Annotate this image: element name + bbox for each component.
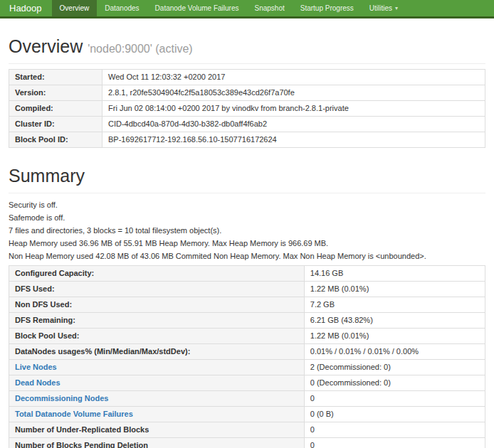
info-value-block-pool-id: BP-1692617712-192.168.56.10-150771617262…	[103, 132, 485, 148]
divider	[9, 193, 485, 193]
summary-value-configured-capacity: 14.16 GB	[304, 266, 485, 282]
info-label-block-pool-id: Block Pool ID:	[9, 132, 103, 148]
decommissioning-nodes-link[interactable]: Decommissioning Nodes	[15, 394, 108, 402]
tab-datanodes[interactable]: Datanodes	[97, 0, 147, 16]
info-label-version: Version:	[9, 85, 103, 101]
namenode-address-subtitle: 'node0:9000' (active)	[88, 43, 193, 55]
summary-value-decommissioning-nodes: 0	[304, 391, 485, 407]
heap-memory-status: Heap Memory used 36.96 MB of 55.91 MB He…	[9, 240, 485, 247]
table-row: Block Pool ID: BP-1692617712-192.168.56.…	[9, 132, 485, 148]
divider	[9, 63, 485, 64]
tab-datanode-volume-failures[interactable]: Datanode Volume Failures	[147, 0, 247, 16]
tab-datanode-volume-failures-label: Datanode Volume Failures	[155, 4, 239, 12]
summary-value-under-replicated-blocks: 0	[304, 422, 485, 438]
summary-value-dfs-used: 1.22 MB (0.01%)	[304, 282, 485, 297]
summary-label-blocks-pending-deletion: Number of Blocks Pending Deletion	[9, 438, 305, 448]
summary-label-block-pool-used: Block Pool Used:	[9, 329, 305, 344]
summary-value-block-pool-used: 1.22 MB (0.01%)	[304, 329, 485, 344]
summary-value-live-nodes: 2 (Decommissioned: 0)	[304, 360, 485, 375]
top-navbar: Hadoop Overview Datanodes Datanode Volum…	[0, 0, 494, 18]
table-row: Cluster ID: CID-4dbcd40a-870d-4d30-b382-…	[9, 117, 485, 132]
table-row: Number of Blocks Pending Deletion 0	[9, 438, 485, 448]
tab-utilities-dropdown[interactable]: Utilities ▾	[362, 0, 406, 16]
table-row: Compiled: Fri Jun 02 08:14:00 +0200 2017…	[9, 101, 485, 117]
summary-label-dfs-used: DFS Used:	[9, 282, 305, 297]
overview-title: Overview	[9, 36, 83, 56]
security-status: Security is off.	[9, 201, 485, 209]
info-value-version: 2.8.1, r20fe5304904fc2f5a18053c389e43cd2…	[103, 85, 485, 101]
summary-label-configured-capacity: Configured Capacity:	[9, 266, 305, 282]
table-row: Live Nodes 2 (Decommissioned: 0)	[9, 360, 485, 375]
table-row: Started: Wed Oct 11 12:03:32 +0200 2017	[9, 70, 485, 85]
summary-label-datanode-usages: DataNodes usages% (Min/Median/Max/stdDev…	[9, 344, 305, 360]
info-label-compiled: Compiled:	[9, 101, 103, 117]
info-label-started: Started:	[9, 70, 103, 85]
tab-snapshot-label: Snapshot	[254, 4, 284, 12]
tab-utilities-label: Utilities	[369, 4, 392, 12]
info-value-compiled: Fri Jun 02 08:14:00 +0200 2017 by vinodk…	[103, 101, 485, 117]
table-row: Decommissioning Nodes 0	[9, 391, 485, 407]
live-nodes-link[interactable]: Live Nodes	[15, 363, 57, 371]
summary-status-block: Security is off. Safemode is off. 7 file…	[9, 198, 485, 260]
table-row: Version: 2.8.1, r20fe5304904fc2f5a18053c…	[9, 85, 485, 101]
summary-label-dfs-remaining: DFS Remaining:	[9, 313, 305, 329]
dead-nodes-link[interactable]: Dead Nodes	[15, 378, 61, 387]
table-row: DFS Used: 1.22 MB (0.01%)	[9, 282, 485, 297]
hadoop-brand[interactable]: Hadoop	[0, 0, 52, 16]
summary-heading: Summary	[9, 166, 485, 186]
safemode-status: Safemode is off.	[9, 214, 485, 222]
filesystem-objects-status: 7 files and directories, 3 blocks = 10 t…	[9, 227, 485, 235]
summary-value-datanode-usages: 0.01% / 0.01% / 0.01% / 0.00%	[304, 344, 485, 360]
namenode-info-table: Started: Wed Oct 11 12:03:32 +0200 2017 …	[9, 69, 485, 148]
tab-snapshot[interactable]: Snapshot	[246, 0, 292, 16]
summary-value-dead-nodes: 0 (Decommissioned: 0)	[304, 375, 485, 391]
info-label-cluster-id: Cluster ID:	[9, 117, 103, 132]
summary-value-blocks-pending-deletion: 0	[304, 438, 485, 448]
table-row: Block Pool Used: 1.22 MB (0.01%)	[9, 329, 485, 344]
total-datanode-volume-failures-link[interactable]: Total Datanode Volume Failures	[15, 410, 133, 418]
info-value-cluster-id: CID-4dbcd40a-870d-4d30-b382-db0aff4f6ab2	[103, 117, 485, 132]
summary-value-volume-failures: 0 (0 B)	[304, 407, 485, 422]
table-row: Configured Capacity: 14.16 GB	[9, 266, 485, 282]
caret-down-icon: ▾	[395, 5, 398, 11]
table-row: Number of Under-Replicated Blocks 0	[9, 422, 485, 438]
table-row: DataNodes usages% (Min/Median/Max/stdDev…	[9, 344, 485, 360]
info-value-started: Wed Oct 11 12:03:32 +0200 2017	[103, 70, 485, 85]
non-heap-memory-status: Non Heap Memory used 42.08 MB of 43.06 M…	[9, 252, 485, 260]
tab-overview-label: Overview	[60, 4, 90, 12]
tab-overview[interactable]: Overview	[52, 0, 98, 16]
tab-startup-progress-label: Startup Progress	[300, 4, 354, 12]
table-row: Dead Nodes 0 (Decommissioned: 0)	[9, 375, 485, 391]
tab-startup-progress[interactable]: Startup Progress	[293, 0, 362, 16]
table-row: Non DFS Used: 7.2 GB	[9, 297, 485, 313]
overview-heading: Overview 'node0:9000' (active)	[9, 36, 485, 57]
summary-label-under-replicated-blocks: Number of Under-Replicated Blocks	[9, 422, 305, 438]
summary-label-non-dfs-used: Non DFS Used:	[9, 297, 305, 313]
table-row: DFS Remaining: 6.21 GB (43.82%)	[9, 313, 485, 329]
tab-datanodes-label: Datanodes	[105, 4, 139, 12]
table-row: Total Datanode Volume Failures 0 (0 B)	[9, 407, 485, 422]
summary-value-non-dfs-used: 7.2 GB	[304, 297, 485, 313]
summary-table: Configured Capacity: 14.16 GB DFS Used: …	[9, 265, 485, 448]
summary-value-dfs-remaining: 6.21 GB (43.82%)	[304, 313, 485, 329]
page-content: Overview 'node0:9000' (active) Started: …	[0, 36, 494, 448]
